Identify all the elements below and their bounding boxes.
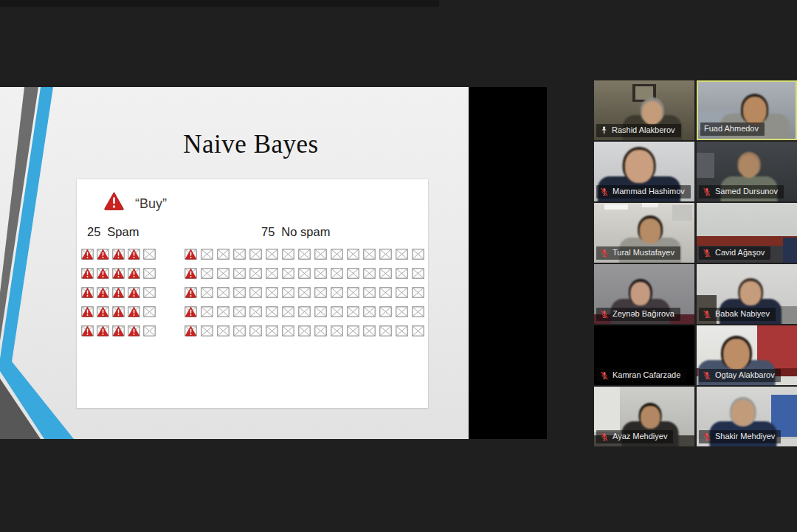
mic-off-icon [703,187,711,196]
envelope-icon [282,306,294,317]
spam-envelope-icon [128,268,140,279]
envelope-icon [314,306,327,317]
envelope-icon [249,268,262,279]
callout-label: “Buy” [135,193,167,212]
participant-name: Rashid Alakberov [612,125,675,135]
envelope-icon [298,249,311,260]
envelope-icon [266,306,278,317]
envelope-icon [233,325,246,336]
envelope-icon [282,268,294,279]
participant-name-label: Ayaz Mehdiyev [596,430,673,443]
presentation-slide: Naive Bayes “Buy” 25 Spam [0,87,469,439]
spam-envelope-icon [97,325,109,336]
envelope-icon [143,306,156,317]
participant-name: Samed Dursunov [715,187,778,196]
participant-tile[interactable]: Zeynəb Bağırova [594,264,694,324]
envelope-icon [266,268,278,279]
envelope-icon [314,268,327,279]
spam-envelope-icon [184,325,197,336]
envelope-icon [412,249,424,260]
envelope-icon [233,287,246,298]
participant-tile[interactable]: Kamran Cafarzade [594,325,694,385]
participant-tile[interactable]: Ogtay Alakbarov [697,325,797,385]
spam-envelope-icon [81,268,94,279]
envelope-icon [363,249,376,260]
spam-word-callout: “Buy” [103,191,167,214]
envelope-icon [412,287,424,298]
participant-name: Ogtay Alakbarov [715,370,775,380]
mic-off-icon [703,249,711,258]
spam-envelope-icon [97,249,109,260]
spam-envelope-icon [97,268,109,279]
icon-row [81,268,156,279]
envelope-icon [233,268,246,279]
envelope-icon [379,287,392,298]
participant-name: Ayaz Mehdiyev [613,432,667,441]
participant-tile[interactable]: Shakir Mehdiyev [697,387,797,446]
icon-row [184,287,424,298]
participant-tile[interactable]: Fuad Ahmedov [697,80,797,140]
participant-tile[interactable]: Samed Dursunov [697,142,797,201]
spam-envelope-icon [112,268,125,279]
spam-envelope-icon [81,249,94,260]
envelope-icon [363,306,376,317]
participant-name-label: Cavid Ağaşov [699,246,770,260]
screen-share-region: Naive Bayes “Buy” 25 Spam [0,87,547,439]
participant-name: Zeynəb Bağırova [613,309,674,319]
envelope-icon [347,249,359,260]
participant-tile[interactable]: Mammad Hashimov [594,142,694,201]
spam-envelope-icon [128,287,140,298]
participant-gallery: Rashid AlakberovFuad Ahmedov Mammad Hash… [594,80,797,446]
spam-envelope-icon [128,306,140,317]
envelope-icon [314,249,327,260]
mic-off-icon [703,310,711,319]
mic-off-icon [600,249,609,258]
envelope-icon [233,306,246,317]
mic-off-icon [600,310,609,319]
participant-tile[interactable]: Ayaz Mehdiyev [594,387,694,446]
icon-row [81,325,156,336]
nospam-label: No spam [281,225,330,239]
envelope-icon [379,306,392,317]
spam-envelope-icon [184,249,197,260]
envelope-icon [347,268,359,279]
envelope-icon [298,287,311,298]
nospam-count: 75 [261,225,275,239]
nospam-group-header: 75 No spam [261,225,330,239]
spam-label: Spam [107,225,139,239]
mic-off-icon [600,187,609,196]
spam-envelope-icon [112,287,125,298]
participant-tile[interactable]: Rashid Alakberov [594,80,694,140]
slide-title: Naive Bayes [37,130,465,159]
envelope-icon [331,325,343,336]
envelope-icon [331,268,343,279]
participant-tile[interactable]: Tural Mustafayev [594,203,694,263]
spam-envelope-icon [184,287,197,298]
envelope-icon [217,306,230,317]
pin-icon [600,126,608,134]
spam-envelope-icon [128,325,140,336]
participant-name: Shakir Mehdiyev [715,432,775,441]
participant-name-label: Ogtay Alakbarov [699,369,781,382]
envelope-icon [363,268,376,279]
spam-envelope-icon [128,249,140,260]
envelope-icon [331,306,343,317]
participant-name-label: Babak Nabiyev [699,308,776,321]
spam-envelope-icon [112,249,125,260]
participant-name-label: Shakir Mehdiyev [699,430,781,443]
participant-name-label: Fuad Ahmedov [700,122,765,136]
participant-tile[interactable]: Babak Nabiyev [697,264,797,324]
envelope-icon [266,287,278,298]
envelope-icon [347,325,359,336]
spam-envelope-icon [81,306,94,317]
icon-row [81,287,156,298]
slide-content-card: “Buy” 25 Spam 75 No spam [77,179,428,408]
envelope-icon [298,325,311,336]
envelope-icon [314,287,327,298]
spam-envelope-icon [112,325,125,336]
participant-tile[interactable]: Cavid Ağaşov [697,203,797,263]
envelope-icon [363,325,376,336]
spam-envelope-icon [97,306,109,317]
envelope-icon [143,287,156,298]
envelope-icon [249,306,262,317]
